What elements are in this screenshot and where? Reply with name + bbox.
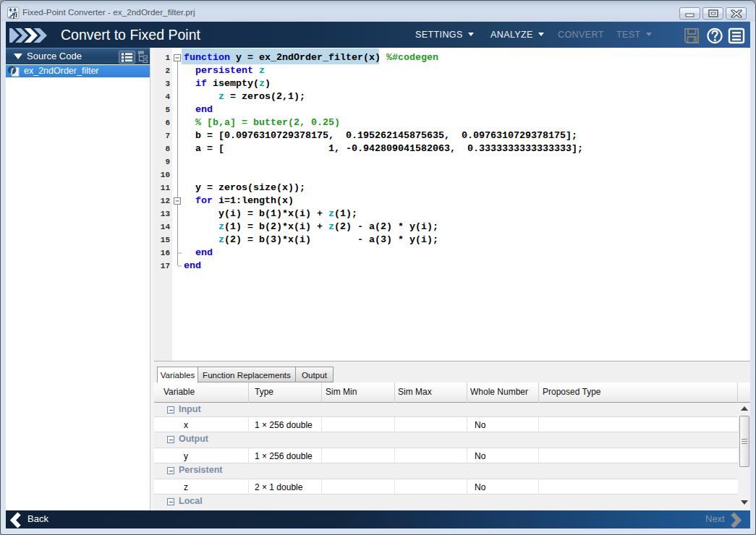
svg-text:fi: fi: [13, 12, 17, 19]
